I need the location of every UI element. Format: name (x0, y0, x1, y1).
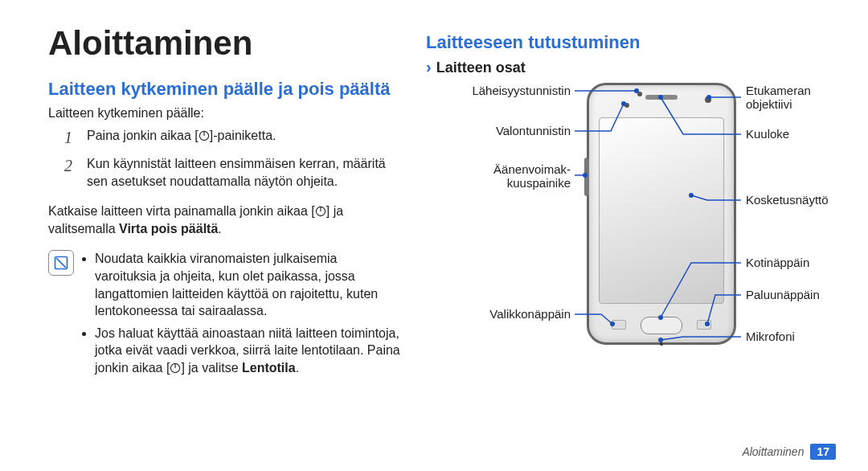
menu-key (612, 320, 626, 330)
screen-area (599, 117, 724, 304)
subsection-heading-parts: Laitteen osat (426, 58, 828, 76)
power-icon (170, 362, 181, 374)
label-volume: Äänenvoimak- kuuspainike (426, 163, 571, 190)
phone-body (587, 83, 736, 345)
section-heading-device: Laitteeseen tutustuminen (426, 32, 828, 53)
label-menu: Valikkonäppäin (426, 308, 571, 322)
note-bullet-2: Jos haluat käyttää ainoastaan niitä lait… (95, 325, 402, 377)
label-touchscreen: Kosketusnäyttö (746, 194, 829, 207)
power-icon (315, 206, 326, 217)
page-number: 17 (810, 444, 836, 460)
step-1: 1 Paina jonkin aikaa []-painiketta. (64, 127, 402, 149)
note-icon (48, 250, 74, 276)
note-bullet-1: Noudata kaikkia viranomaisten julkaisemi… (95, 250, 402, 319)
page-title: Aloittaminen (48, 24, 402, 63)
step-number: 1 (64, 127, 79, 149)
label-mic: Mikrofoni (746, 330, 795, 344)
step-text: Kun käynnistät laitteen ensimmäisen kerr… (87, 155, 402, 190)
home-key (641, 317, 682, 334)
lead-text: Laitteen kytkeminen päälle: (48, 104, 402, 122)
label-proximity: Läheisyystunnistin (426, 84, 571, 98)
label-home: Kotinäppäin (746, 256, 809, 270)
section-heading-power: Laitteen kytkeminen päälle ja pois päält… (48, 79, 402, 100)
label-frontcam: Etukameran objektiivi (746, 84, 828, 111)
front-camera-dot (705, 96, 711, 103)
earpiece-slot (645, 95, 678, 100)
light-sensor-dot (624, 103, 629, 108)
back-key (697, 320, 711, 330)
step-text: Paina jonkin aikaa []-painiketta. (87, 127, 276, 145)
device-diagram: Läheisyystunnistin Valontunnistin Äänenv… (426, 83, 828, 372)
label-back: Paluunäppäin (746, 289, 820, 302)
step-number: 2 (64, 155, 79, 177)
label-earpiece: Kuuloke (746, 128, 789, 141)
shutdown-text: Katkaise laitteen virta painamalla jonki… (48, 203, 402, 237)
power-icon (199, 130, 210, 141)
mic-hole (660, 342, 663, 346)
step-2: 2 Kun käynnistät laitteen ensimmäisen ke… (64, 155, 402, 190)
volume-button (584, 158, 589, 196)
proximity-sensor-dot (637, 92, 642, 96)
page-footer: Aloittaminen 17 (742, 444, 836, 460)
label-light: Valontunnistin (426, 125, 571, 138)
footer-section: Aloittaminen (742, 445, 804, 458)
